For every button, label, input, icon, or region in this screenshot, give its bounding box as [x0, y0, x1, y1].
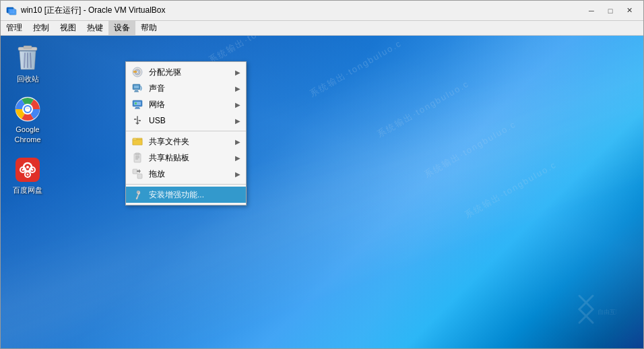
chrome-icon-image — [14, 96, 41, 123]
svg-rect-33 — [135, 107, 139, 108]
drag-drop-icon — [131, 168, 143, 180]
svg-rect-26 — [133, 71, 137, 73]
menu-drag-drop[interactable]: 拖放 ▶ — [126, 166, 246, 182]
menu-cd-drive[interactable]: 分配光驱 ▶ — [126, 64, 246, 80]
devices-dropdown-menu: 分配光驱 ▶ 声音 — [125, 61, 247, 205]
chrome-icon-label: GoogleChrome — [14, 125, 40, 144]
recycle-bin-icon[interactable]: 回收站 — [7, 42, 48, 86]
title-text: win10 [正在运行] - Oracle VM VirtualBox — [21, 5, 166, 16]
desktop-icons: 回收站 — [7, 42, 48, 197]
menu-separator-1 — [126, 131, 246, 131]
usb-arrow: ▶ — [235, 117, 240, 125]
title-bar-buttons: ─ □ ✕ — [583, 4, 638, 18]
watermark-3: 系统输出·tongbuluo.c — [375, 77, 472, 140]
chrome-icon-svg — [14, 96, 41, 123]
recycle-bin-label: 回收站 — [17, 74, 39, 84]
svg-rect-13 — [15, 158, 40, 182]
svg-marker-37 — [135, 123, 139, 125]
network-label: 网络 — [149, 99, 230, 110]
shared-folder-arrow: ▶ — [235, 138, 240, 146]
chrome-desktop-icon[interactable]: GoogleChrome — [7, 93, 48, 147]
svg-rect-12 — [26, 108, 29, 108]
recycle-bin-svg — [15, 45, 40, 72]
svg-point-18 — [26, 166, 29, 168]
watermark-overlay: 系统输出·tongbuluo.c 系统输出·tongbuluo.c 系统输出·t… — [1, 36, 643, 348]
menu-install-guest-additions[interactable]: 安装增强功能... — [126, 187, 246, 203]
usb-icon — [131, 115, 143, 127]
drag-drop-arrow: ▶ — [235, 170, 240, 178]
baidu-icon-svg — [14, 156, 41, 183]
shared-clipboard-arrow: ▶ — [235, 154, 240, 162]
menu-sound[interactable]: 声音 ▶ — [126, 80, 246, 96]
virtualbox-window: win10 [正在运行] - Oracle VM VirtualBox ─ □ … — [0, 0, 644, 349]
baidu-icon-label: 百度网盘 — [13, 185, 42, 195]
watermark-5: 系统输出·tongbuluo.c — [463, 158, 559, 221]
cd-drive-icon — [131, 66, 143, 78]
light-streak-1 — [1, 36, 643, 348]
install-label: 安装增强功能... — [149, 189, 240, 201]
baidu-icon-image — [14, 156, 41, 183]
svg-rect-4 — [24, 46, 32, 49]
menu-hotkey[interactable]: 热键 — [82, 21, 108, 35]
desktop-background: 系统输出·tongbuluo.c 系统输出·tongbuluo.c 系统输出·t… — [1, 36, 643, 348]
menu-bar: 管理 控制 视图 热键 设备 帮助 — [1, 21, 643, 36]
svg-point-53 — [137, 191, 139, 193]
virtualbox-icon — [6, 5, 17, 16]
shared-clipboard-label: 共享粘贴板 — [149, 152, 230, 164]
drag-drop-label: 拖放 — [149, 168, 230, 180]
menu-devices[interactable]: 设备 — [108, 21, 135, 35]
svg-text:自由互联: 自由互联 — [598, 309, 616, 315]
svg-rect-52 — [137, 174, 142, 179]
maximize-button[interactable]: □ — [602, 4, 619, 18]
svg-point-11 — [25, 106, 30, 112]
menu-shared-folder[interactable]: 共享文件夹 ▶ — [126, 133, 246, 150]
svg-point-19 — [22, 168, 24, 170]
minimize-button[interactable]: ─ — [583, 4, 600, 18]
sound-label: 声音 — [149, 83, 230, 94]
svg-rect-47 — [135, 153, 139, 155]
svg-rect-28 — [134, 86, 139, 88]
menu-usb[interactable]: USB ▶ — [126, 113, 246, 129]
title-bar-left: win10 [正在运行] - Oracle VM VirtualBox — [6, 5, 166, 16]
recycle-bin-image — [14, 45, 41, 72]
network-arrow: ▶ — [235, 101, 240, 108]
svg-rect-34 — [135, 108, 140, 109]
svg-point-42 — [135, 119, 136, 120]
svg-line-7 — [30, 53, 31, 67]
svg-point-43 — [139, 120, 141, 121]
baidu-netdisk-icon[interactable]: 百度网盘 — [7, 154, 48, 197]
menu-shared-clipboard[interactable]: 共享粘贴板 ▶ — [126, 150, 246, 166]
main-area: 系统输出·tongbuluo.c 系统输出·tongbuluo.c 系统输出·t… — [1, 36, 643, 348]
shared-clipboard-icon — [131, 152, 143, 164]
menu-control[interactable]: 控制 — [28, 21, 55, 35]
svg-rect-30 — [134, 92, 139, 92]
sound-icon — [131, 82, 143, 94]
svg-rect-29 — [135, 90, 138, 92]
close-button[interactable]: ✕ — [620, 4, 638, 18]
win-watermark: 自由互联 — [576, 292, 616, 328]
light-streak-2 — [1, 36, 643, 348]
menu-view[interactable]: 视图 — [55, 21, 82, 35]
cd-drive-label: 分配光驱 — [149, 67, 230, 78]
menu-help[interactable]: 帮助 — [135, 21, 162, 35]
svg-point-20 — [32, 168, 34, 170]
menu-network[interactable]: 网络 ▶ — [126, 96, 246, 113]
network-icon — [131, 98, 143, 110]
title-bar: win10 [正在运行] - Oracle VM VirtualBox ─ □ … — [1, 1, 643, 21]
svg-rect-51 — [133, 169, 137, 174]
svg-rect-45 — [133, 138, 137, 140]
shared-folder-label: 共享文件夹 — [149, 136, 230, 148]
svg-point-21 — [27, 173, 29, 175]
svg-line-5 — [24, 53, 25, 67]
install-icon — [131, 189, 143, 201]
svg-rect-2 — [8, 8, 15, 13]
watermark-4: 系统输出·tongbuluo.c — [422, 118, 519, 181]
menu-separator-2 — [126, 184, 246, 185]
cd-drive-arrow: ▶ — [235, 69, 240, 76]
svg-rect-35 — [135, 102, 137, 104]
sound-arrow: ▶ — [235, 85, 240, 92]
usb-label: USB — [149, 116, 230, 125]
watermark-2: 系统输出·tongbuluo.c — [308, 37, 404, 100]
menu-manage[interactable]: 管理 — [1, 21, 28, 35]
shared-folder-icon — [131, 135, 143, 148]
